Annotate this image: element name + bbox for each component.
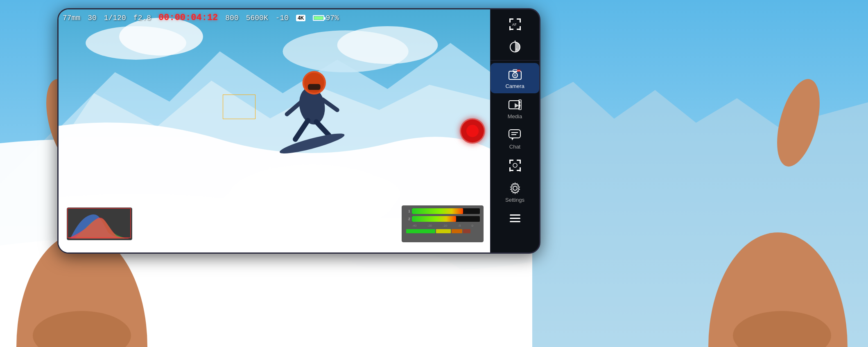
main-scene: 77mm 30 1/120 f2.8 00:00:04:12 800 5600K… [0, 0, 868, 347]
hud-wb: 5600K [246, 14, 268, 22]
chat-icon [508, 128, 522, 142]
sidebar-item-settings[interactable]: Settings [491, 177, 539, 207]
svg-rect-76 [520, 167, 521, 171]
settings-icon [508, 181, 522, 196]
svg-point-35 [269, 167, 271, 170]
ch1-label: 1 [405, 209, 410, 213]
chat-nav-label: Chat [509, 144, 520, 150]
svg-rect-60 [509, 101, 520, 109]
phone-device: 77mm 30 1/120 f2.8 00:00:04:12 800 5600K… [57, 8, 540, 254]
media-nav-label: Media [508, 113, 522, 119]
record-button[interactable] [460, 118, 485, 144]
svg-point-34 [260, 176, 263, 179]
battery-bar [313, 15, 324, 21]
svg-rect-81 [510, 221, 520, 222]
histogram-overlay [67, 207, 132, 240]
svg-marker-68 [511, 138, 514, 140]
svg-rect-47 [509, 26, 511, 30]
settings-nav-label: Settings [505, 197, 524, 203]
resolution-badge: 4K [296, 15, 305, 21]
hud-exposure: -10 [276, 14, 289, 22]
svg-rect-72 [520, 160, 521, 164]
svg-rect-64 [520, 105, 520, 106]
ch2-label: 2 [405, 217, 410, 221]
sidebar-item-media[interactable]: Media [491, 93, 539, 124]
svg-rect-65 [509, 130, 520, 138]
hud-shutter: 1/120 [104, 14, 126, 22]
sidebar-item-camera[interactable]: REC Camera [491, 63, 539, 93]
meter-ch2: 2 [405, 216, 480, 222]
svg-point-78 [513, 186, 517, 190]
list-icon [508, 211, 522, 226]
hud-fps: 30 [88, 14, 97, 22]
svg-point-37 [281, 171, 284, 174]
record-button-area [460, 118, 485, 144]
camera-nav-label: Camera [505, 83, 524, 89]
exposure-auto-icon: A [508, 40, 522, 54]
svg-point-19 [119, 18, 203, 55]
svg-rect-43 [509, 18, 511, 23]
hud-iso: 800 [225, 14, 238, 22]
hud-aperture: f2.8 [133, 14, 151, 22]
camera-icon: REC [508, 67, 522, 82]
sidebar-item-list[interactable] [491, 207, 539, 230]
sidebar: AF A [490, 9, 539, 252]
meter-ch1: 1 [405, 208, 480, 214]
svg-point-36 [251, 183, 255, 187]
hud-overlay: 77mm 30 1/120 f2.8 00:00:04:12 800 5600K… [63, 13, 486, 23]
scan-icon [508, 158, 522, 173]
svg-point-24 [291, 173, 400, 214]
sidebar-item-scan[interactable] [491, 154, 539, 177]
svg-rect-49 [520, 26, 521, 30]
svg-text:AF: AF [512, 23, 517, 27]
media-icon [508, 97, 522, 112]
battery-fill [314, 16, 323, 20]
sidebar-item-chat[interactable]: Chat [491, 124, 539, 154]
svg-point-2 [123, 246, 368, 311]
battery-percent: 97% [326, 14, 339, 22]
sidebar-item-exposure-auto[interactable]: A [491, 36, 539, 59]
svg-rect-45 [520, 18, 521, 23]
svg-rect-80 [510, 218, 520, 219]
sidebar-top-icons: AF A [491, 13, 539, 61]
svg-rect-74 [509, 167, 511, 171]
hud-timecode: 00:00:04:12 [158, 13, 218, 23]
svg-rect-79 [510, 214, 520, 216]
svg-rect-63 [520, 101, 520, 103]
audio-meters: 1 2 -40 -20 -10 -5 0 [402, 205, 484, 242]
svg-point-38 [344, 180, 347, 183]
svg-rect-70 [509, 160, 511, 164]
camera-viewfinder: 77mm 30 1/120 f2.8 00:00:04:12 800 5600K… [59, 9, 490, 252]
battery-indicator: 97% [313, 14, 339, 22]
svg-point-57 [514, 74, 516, 77]
svg-point-39 [353, 188, 355, 191]
record-button-inner [466, 125, 479, 137]
svg-text:REC: REC [518, 70, 521, 72]
svg-rect-28 [308, 84, 321, 90]
sidebar-item-focus-auto[interactable]: AF [491, 13, 539, 36]
svg-point-77 [513, 163, 517, 167]
svg-point-21 [337, 26, 438, 64]
focus-auto-icon: AF [508, 17, 522, 32]
hud-focal-length: 77mm [63, 14, 80, 22]
svg-marker-61 [515, 103, 519, 108]
